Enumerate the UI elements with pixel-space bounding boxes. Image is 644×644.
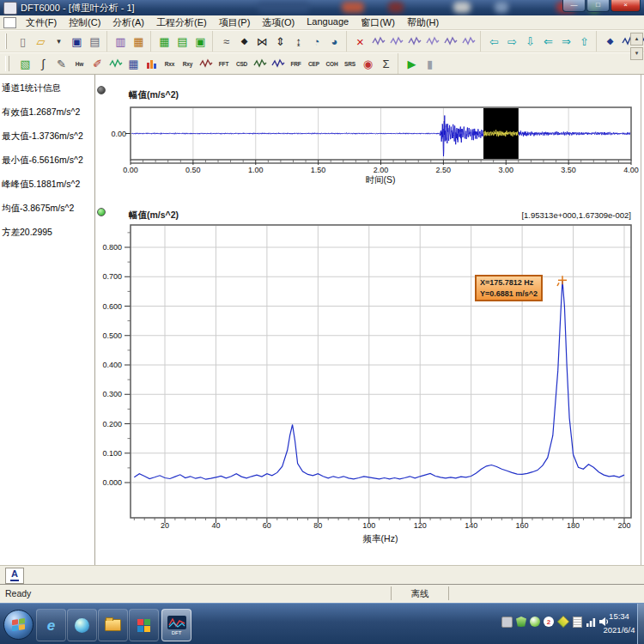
history-back-icon[interactable]: ◔: [307, 33, 325, 51]
waveform-generator-icon[interactable]: [106, 55, 125, 73]
minimize-button[interactable]: —: [562, 0, 586, 12]
menu-window[interactable]: 窗口(W): [355, 15, 401, 30]
select-region-icon[interactable]: ▧: [16, 55, 34, 73]
pan-left-icon[interactable]: ⇦: [485, 33, 503, 51]
menu-file[interactable]: 文件(F): [20, 15, 63, 30]
psd-analysis-icon[interactable]: [251, 55, 269, 73]
menu-control[interactable]: 控制(C): [63, 15, 106, 30]
toolbar-group: ▶▮: [400, 53, 441, 74]
cursor-point-icon[interactable]: ◆: [235, 33, 253, 51]
pan-right-icon[interactable]: ⇨: [503, 33, 521, 51]
fft-analysis-icon: FFT: [219, 61, 228, 67]
layout-dual-icon[interactable]: ▤: [173, 33, 191, 51]
zoom-window-icon[interactable]: ↨: [289, 33, 307, 51]
new-file-icon[interactable]: ▯: [14, 33, 32, 51]
toolbar-group: ⇦⇨⇩⇐⇒⇧: [483, 31, 597, 52]
wave-expand-icon[interactable]: [423, 33, 441, 51]
desktop-glow: [388, 2, 404, 13]
integrate-icon[interactable]: ∫: [34, 55, 52, 73]
work-area: 通道1统计信息有效值1.2687m/s^2最大值-1.3736m/s^2最小值-…: [0, 75, 644, 565]
fft-analysis-icon[interactable]: FFT: [215, 55, 233, 73]
chart-region: [95, 75, 641, 565]
histogram-icon[interactable]: [143, 55, 161, 73]
toolbar-overflow-up[interactable]: ▴: [630, 33, 643, 46]
edit-pen-icon[interactable]: ✎: [52, 55, 70, 73]
peak-marker-tooltip[interactable]: X=175.7812 Hz Y=0.6881 m/s^2: [475, 275, 543, 301]
wave-fit-y-icon[interactable]: [369, 33, 387, 51]
srs-analysis-icon[interactable]: SRS: [341, 55, 359, 73]
toolbar-grip[interactable]: [5, 33, 7, 49]
wave-fit-all-icon[interactable]: [405, 33, 423, 51]
wave-restore-icon[interactable]: [459, 33, 477, 51]
menu-options[interactable]: 选项(O): [256, 15, 301, 30]
taskbar-ie-button[interactable]: e: [36, 609, 66, 641]
csd-analysis-icon[interactable]: CSD: [233, 55, 251, 73]
autocorrelation-icon: Rxx: [165, 61, 174, 67]
frf-analysis-icon[interactable]: FRF: [287, 55, 305, 73]
menu-analysis[interactable]: 分析(A): [106, 15, 150, 30]
clock-date: 2021/6/4: [598, 623, 640, 637]
time-history-icon[interactable]: [197, 55, 215, 73]
wave-compress-icon[interactable]: [441, 33, 459, 51]
menu-language[interactable]: Language: [301, 15, 355, 30]
layout-single-icon[interactable]: ▦: [155, 33, 173, 51]
menu-help[interactable]: 帮助(H): [401, 15, 445, 30]
menu-engineering-analysis[interactable]: 工程分析(E): [150, 15, 213, 30]
maximize-button[interactable]: □: [586, 0, 610, 12]
filter-icon[interactable]: Hw: [70, 55, 88, 73]
redo-zoom-icon[interactable]: ⇒: [557, 33, 575, 51]
tray-badge-icon[interactable]: 2: [544, 617, 554, 627]
order-analysis-icon[interactable]: ◉: [359, 55, 377, 73]
layout-grid-icon[interactable]: ▣: [191, 33, 210, 51]
coherence-analysis-icon[interactable]: COH: [323, 55, 341, 73]
start-analysis-icon[interactable]: ▶: [403, 55, 421, 73]
show-desktop-button[interactable]: [637, 604, 644, 644]
pan-up-icon[interactable]: ⇧: [575, 33, 593, 51]
taskbar-dft6000-button[interactable]: DFT: [161, 609, 191, 641]
tray-notes-icon[interactable]: [573, 617, 582, 628]
clear-cursor-icon[interactable]: ×: [351, 33, 369, 51]
save-file-icon[interactable]: ▣: [68, 33, 86, 51]
cursor-trace-icon[interactable]: ≈: [217, 33, 235, 51]
export-report-icon[interactable]: ▦: [130, 33, 148, 51]
toolbar-group: ≈◆⋈⇕↨◔◕: [215, 31, 347, 52]
undo-zoom-icon[interactable]: ⇐: [539, 33, 557, 51]
toolbar-overflow-down[interactable]: ▾: [630, 47, 643, 60]
sum-statistics-icon: Σ: [382, 58, 389, 70]
cepstrum-analysis-icon[interactable]: CEP: [305, 55, 323, 73]
wave-fit-x-icon[interactable]: [387, 33, 405, 51]
copy-report-icon[interactable]: ▥: [112, 33, 130, 51]
stop-analysis-icon: ▮: [427, 58, 433, 70]
start-button[interactable]: [3, 610, 33, 640]
open-file-icon[interactable]: ▱: [32, 33, 50, 51]
text-annotation-button[interactable]: A: [5, 568, 24, 584]
history-forward-icon[interactable]: ◕: [325, 33, 343, 51]
pan-down-icon[interactable]: ⇩: [521, 33, 539, 51]
cross-correlation-icon[interactable]: Rxy: [179, 55, 197, 73]
system-tray: 2: [501, 616, 610, 628]
print-icon[interactable]: ▤: [86, 33, 104, 51]
stop-analysis-icon[interactable]: ▮: [421, 55, 439, 73]
taskbar-explorer-button[interactable]: [98, 609, 128, 641]
menu-project[interactable]: 项目(P): [213, 15, 257, 30]
tray-safety-ball-icon[interactable]: [530, 617, 540, 627]
sum-statistics-icon[interactable]: Σ: [377, 55, 395, 73]
tray-network-icon[interactable]: [586, 617, 596, 627]
taskbar-clock[interactable]: 15:34 2021/6/4: [598, 610, 640, 637]
open-dropdown-icon[interactable]: ▾: [50, 33, 68, 51]
taskbar-browser-button[interactable]: [67, 609, 97, 641]
tray-diamond-icon[interactable]: [557, 616, 570, 629]
mark-drop-icon[interactable]: ◆: [601, 33, 619, 51]
cursor-peak-icon[interactable]: ⇕: [271, 33, 289, 51]
tray-input-indicator-icon[interactable]: [501, 617, 513, 628]
toolbar-grip[interactable]: [5, 56, 9, 71]
data-list-icon[interactable]: ▦: [125, 55, 143, 73]
taskbar-app-button[interactable]: [129, 609, 159, 641]
calibrate-pen-icon[interactable]: ✐: [88, 55, 106, 73]
tray-shield-icon[interactable]: [516, 617, 526, 627]
octave-analysis-icon[interactable]: [269, 55, 287, 73]
autocorrelation-icon[interactable]: Rxx: [161, 55, 179, 73]
close-button[interactable]: ×: [611, 0, 641, 12]
cursor-pair-icon[interactable]: ⋈: [253, 33, 271, 51]
cursor-peak-icon: ⇕: [276, 36, 285, 47]
